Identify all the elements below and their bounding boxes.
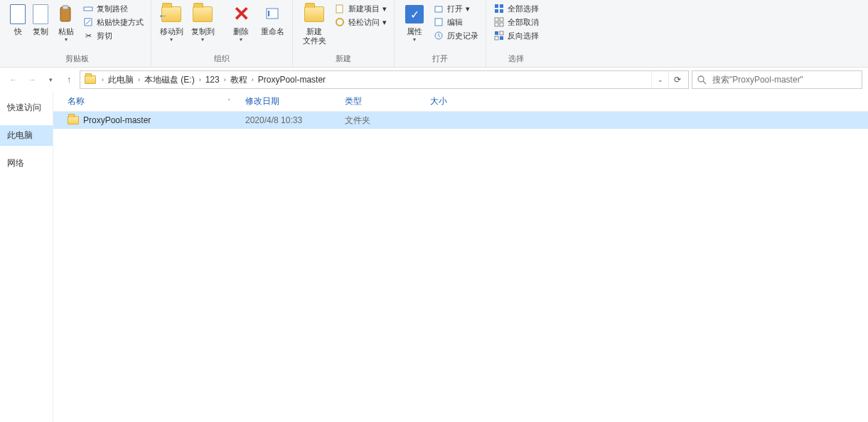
dropdown-arrow-icon: ▾ bbox=[170, 36, 173, 43]
breadcrumb-segment[interactable]: 教程 bbox=[227, 74, 250, 86]
svg-rect-12 bbox=[500, 4, 503, 8]
breadcrumb-segment[interactable]: ProxyPool-master bbox=[255, 75, 328, 85]
history-button[interactable]: 历史记录 bbox=[433, 30, 478, 41]
search-input[interactable] bbox=[712, 75, 857, 85]
column-header-size[interactable]: 大小 bbox=[423, 95, 473, 107]
organize-group-label: 组织 bbox=[214, 52, 230, 67]
delete-button[interactable]: ✕ 删除 ▾ bbox=[225, 1, 257, 44]
paste-button[interactable]: 粘贴 ▾ bbox=[53, 1, 80, 44]
svg-point-23 bbox=[698, 76, 704, 82]
copy-label: 复制 bbox=[33, 27, 48, 36]
select-none-icon bbox=[493, 16, 505, 28]
dropdown-arrow-icon: ▾ bbox=[413, 36, 416, 43]
move-to-label: 移动到 bbox=[160, 27, 183, 36]
open-label: 打开 bbox=[447, 4, 463, 14]
breadcrumb-segment[interactable]: 本地磁盘 (E:) bbox=[141, 74, 198, 86]
edit-label: 编辑 bbox=[447, 17, 463, 28]
file-name-label: ProxyPool-master bbox=[83, 115, 151, 125]
move-to-button[interactable]: ← 移动到 ▾ bbox=[156, 1, 187, 44]
breadcrumb-dropdown-button[interactable]: ⌄ bbox=[651, 71, 668, 88]
svg-rect-18 bbox=[500, 23, 503, 26]
refresh-button[interactable]: ⟳ bbox=[668, 71, 685, 88]
sidebar-item-network[interactable]: 网络 bbox=[0, 153, 53, 174]
copy-path-button[interactable]: 复制路径 bbox=[82, 3, 144, 14]
ribbon-group-organize: ← 移动到 ▾ 复制到 ▾ ✕ 删除 ▾ 重命名 组织 bbox=[151, 0, 293, 67]
path-icon bbox=[82, 3, 94, 14]
column-header-type[interactable]: 类型 bbox=[338, 95, 423, 107]
navigation-pane: 快速访问 此电脑 网络 bbox=[0, 92, 53, 422]
column-header-name[interactable]: 名称 ˄ bbox=[53, 95, 238, 107]
back-button[interactable]: ← bbox=[6, 71, 21, 88]
new-item-button[interactable]: 新建项目 ▾ bbox=[334, 3, 387, 14]
pin-quick-access-button[interactable]: 快 bbox=[7, 1, 28, 38]
select-none-label: 全部取消 bbox=[508, 17, 539, 28]
check-icon: ✓ bbox=[405, 5, 424, 23]
new-folder-button[interactable]: 新建 文件夹 bbox=[297, 1, 331, 47]
paste-shortcut-label: 粘贴快捷方式 bbox=[97, 17, 144, 28]
easy-access-button[interactable]: 轻松访问 ▾ bbox=[334, 16, 387, 28]
sort-indicator-icon: ˄ bbox=[227, 98, 231, 105]
dropdown-arrow-icon: ▾ bbox=[382, 4, 387, 14]
chevron-right-icon[interactable]: › bbox=[136, 76, 141, 83]
paste-label: 粘贴 bbox=[58, 27, 74, 36]
sidebar-item-this-pc[interactable]: 此电脑 bbox=[0, 125, 53, 146]
paste-shortcut-button[interactable]: 粘贴快捷方式 bbox=[82, 16, 144, 28]
forward-button[interactable]: → bbox=[24, 71, 40, 88]
folder-icon bbox=[68, 116, 79, 125]
copy-to-button[interactable]: 复制到 ▾ bbox=[187, 1, 218, 44]
breadcrumb-segment[interactable]: 此电脑 bbox=[105, 74, 136, 86]
svg-rect-14 bbox=[500, 9, 503, 13]
svg-rect-5 bbox=[268, 11, 269, 16]
chevron-right-icon[interactable]: › bbox=[100, 76, 105, 83]
edit-button[interactable]: 编辑 bbox=[433, 16, 478, 28]
copy-button[interactable]: 复制 bbox=[28, 1, 53, 38]
up-button[interactable]: ↑ bbox=[61, 71, 77, 88]
folder-icon bbox=[83, 73, 97, 87]
cut-label: 剪切 bbox=[97, 31, 112, 41]
column-name-label: 名称 bbox=[68, 95, 85, 107]
easy-access-icon bbox=[334, 16, 345, 28]
properties-label: 属性 bbox=[407, 27, 422, 36]
invert-selection-button[interactable]: 反向选择 bbox=[493, 30, 539, 41]
new-item-icon bbox=[334, 3, 345, 14]
svg-rect-15 bbox=[495, 18, 498, 21]
svg-point-7 bbox=[336, 19, 343, 26]
svg-rect-22 bbox=[500, 36, 503, 40]
list-item[interactable]: ProxyPool-master 2020/4/8 10:33 文件夹 bbox=[53, 112, 868, 129]
dropdown-arrow-icon: ▾ bbox=[382, 18, 387, 27]
svg-rect-11 bbox=[495, 4, 498, 8]
svg-rect-20 bbox=[500, 31, 503, 35]
easy-access-label: 轻松访问 bbox=[348, 17, 380, 28]
recent-locations-button[interactable]: ▾ bbox=[43, 71, 58, 88]
new-item-label: 新建项目 bbox=[348, 4, 380, 14]
search-box[interactable] bbox=[692, 70, 862, 89]
open-button[interactable]: 打开 ▾ bbox=[433, 3, 478, 14]
x-icon: ✕ bbox=[233, 4, 250, 24]
edit-icon bbox=[433, 16, 444, 28]
copy-to-label: 复制到 bbox=[191, 27, 215, 36]
ribbon-group-new: 新建 文件夹 新建项目 ▾ 轻松访问 ▾ 新建 bbox=[293, 0, 395, 67]
pin-label: 快 bbox=[14, 27, 22, 36]
select-all-icon bbox=[493, 3, 505, 14]
history-label: 历史记录 bbox=[447, 31, 478, 41]
select-all-button[interactable]: 全部选择 bbox=[493, 3, 539, 14]
breadcrumb[interactable]: › 此电脑 › 本地磁盘 (E:) › 123 › 教程 › ProxyPool… bbox=[80, 70, 689, 89]
column-header-date[interactable]: 修改日期 bbox=[238, 95, 338, 107]
ribbon-group-clipboard: 快 复制 粘贴 ▾ 复制路径 粘贴快捷方式 bbox=[3, 0, 151, 67]
properties-button[interactable]: ✓ 属性 ▾ bbox=[399, 1, 430, 44]
scissors-icon: ✂ bbox=[82, 30, 94, 41]
ribbon-group-select: 全部选择 全部取消 反向选择 选择 bbox=[486, 0, 546, 67]
rename-button[interactable]: 重命名 bbox=[257, 1, 288, 38]
svg-rect-9 bbox=[435, 19, 442, 26]
chevron-right-icon[interactable]: › bbox=[223, 76, 227, 83]
dropdown-arrow-icon: ▾ bbox=[201, 36, 204, 43]
breadcrumb-segment[interactable]: 123 bbox=[203, 75, 223, 85]
select-none-button[interactable]: 全部取消 bbox=[493, 16, 539, 28]
new-group-label: 新建 bbox=[336, 52, 351, 67]
cut-button[interactable]: ✂ 剪切 bbox=[82, 30, 144, 41]
select-all-label: 全部选择 bbox=[508, 4, 539, 14]
chevron-right-icon[interactable]: › bbox=[198, 76, 203, 83]
chevron-right-icon[interactable]: › bbox=[250, 76, 255, 83]
svg-rect-16 bbox=[500, 18, 503, 21]
sidebar-item-quick-access[interactable]: 快速访问 bbox=[0, 97, 53, 118]
